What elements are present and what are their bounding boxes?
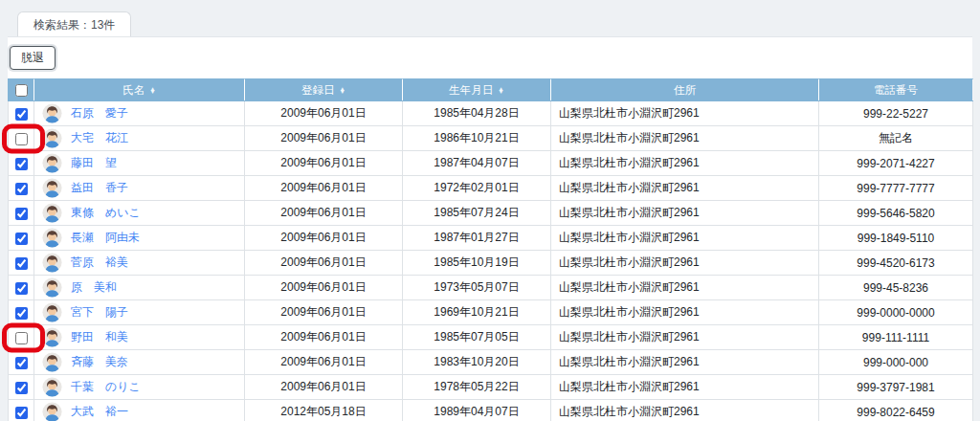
column-header-address: 住所 bbox=[551, 79, 819, 101]
row-checkbox[interactable] bbox=[15, 357, 28, 369]
member-name-link[interactable]: 石原 愛子 bbox=[71, 105, 128, 122]
address-cell: 山梨県北杜市小淵沢町2961 bbox=[551, 201, 819, 226]
row-checkbox[interactable] bbox=[15, 233, 28, 245]
person-avatar-icon bbox=[42, 178, 62, 198]
birth-date-cell: 1989年04月07日 bbox=[403, 400, 551, 421]
member-name-link[interactable]: 斉藤 美奈 bbox=[71, 354, 128, 370]
member-name-link[interactable]: 野田 和美 bbox=[71, 329, 128, 345]
member-name-link[interactable]: 益田 香子 bbox=[71, 180, 128, 196]
member-name-link[interactable]: 宮下 陽子 bbox=[71, 304, 128, 321]
name-cell: 千葉 のりこ bbox=[34, 375, 245, 400]
row-checkbox-cell bbox=[9, 400, 34, 421]
person-avatar-icon bbox=[42, 203, 62, 223]
column-header-name[interactable]: 氏名 bbox=[34, 79, 245, 101]
column-header-phone-label: 電話番号 bbox=[874, 84, 918, 96]
member-name-link[interactable]: 大宅 花江 bbox=[71, 130, 128, 146]
select-all-header-cell bbox=[9, 79, 34, 101]
tab-search-results[interactable]: 検索結果：13件 bbox=[17, 11, 131, 36]
column-header-birth-date-label: 生年月日 bbox=[449, 84, 493, 96]
phone-cell: 999-4520-6173 bbox=[819, 251, 973, 276]
member-name-link[interactable]: 原 美和 bbox=[71, 279, 117, 296]
phone-cell: 999-1849-5110 bbox=[819, 226, 973, 251]
row-checkbox[interactable] bbox=[15, 332, 28, 344]
reg-date-cell: 2009年06月01日 bbox=[245, 201, 403, 226]
person-avatar-icon bbox=[42, 277, 62, 298]
phone-cell: 999-8022-6459 bbox=[819, 400, 973, 421]
table-row: 野田 和美 2009年06月01日 1985年07月05日 山梨県北杜市小淵沢町… bbox=[9, 325, 973, 350]
reg-date-cell: 2009年06月01日 bbox=[245, 300, 403, 325]
reg-date-cell: 2009年06月01日 bbox=[245, 350, 403, 375]
column-header-reg-date[interactable]: 登録日 bbox=[245, 79, 403, 101]
row-checkbox[interactable] bbox=[15, 158, 28, 170]
member-name-link[interactable]: 大武 裕一 bbox=[71, 404, 128, 420]
name-cell: 斉藤 美奈 bbox=[34, 350, 245, 375]
reg-date-cell: 2012年05月18日 bbox=[245, 400, 403, 421]
row-checkbox[interactable] bbox=[15, 257, 28, 270]
name-cell: 益田 香子 bbox=[34, 176, 245, 201]
row-checkbox-cell bbox=[9, 176, 34, 201]
tab-label: 検索結果：13件 bbox=[33, 18, 115, 32]
table-row: 大宅 花江 2009年06月01日 1986年10月21日 山梨県北杜市小淵沢町… bbox=[9, 126, 973, 151]
person-avatar-icon bbox=[42, 402, 62, 421]
address-cell: 山梨県北杜市小淵沢町2961 bbox=[551, 276, 819, 300]
sort-arrows-icon bbox=[149, 87, 155, 95]
phone-cell: 999-5646-5820 bbox=[819, 201, 973, 226]
member-name-link[interactable]: 千葉 のりこ bbox=[71, 379, 141, 395]
address-cell: 山梨県北杜市小淵沢町2961 bbox=[551, 325, 819, 350]
row-checkbox-cell bbox=[9, 276, 34, 300]
address-cell: 山梨県北杜市小淵沢町2961 bbox=[551, 375, 819, 400]
select-all-checkbox[interactable] bbox=[15, 84, 28, 97]
birth-date-cell: 1973年05月07日 bbox=[403, 276, 551, 300]
address-cell: 山梨県北杜市小淵沢町2961 bbox=[551, 226, 819, 251]
person-avatar-icon bbox=[42, 302, 62, 322]
member-name-link[interactable]: 菅原 裕美 bbox=[71, 255, 128, 271]
name-cell: 長瀬 阿由未 bbox=[34, 226, 245, 251]
birth-date-cell: 1985年07月05日 bbox=[403, 325, 551, 350]
row-checkbox[interactable] bbox=[15, 133, 28, 145]
table-row: 宮下 陽子 2009年06月01日 1969年10月21日 山梨県北杜市小淵沢町… bbox=[9, 300, 973, 325]
table-row: 斉藤 美奈 2009年06月01日 1983年10月20日 山梨県北杜市小淵沢町… bbox=[9, 350, 973, 375]
row-checkbox[interactable] bbox=[15, 307, 28, 320]
phone-cell: 999-45-8236 bbox=[819, 276, 973, 300]
column-header-birth-date[interactable]: 生年月日 bbox=[403, 79, 551, 101]
person-avatar-icon bbox=[42, 228, 62, 248]
row-checkbox-cell bbox=[9, 375, 34, 400]
table-header-row: 氏名 登録日 生年月日 住所 電話番号 bbox=[9, 79, 973, 101]
name-cell: 野田 和美 bbox=[34, 325, 245, 350]
phone-cell: 999-000-000 bbox=[819, 350, 973, 375]
tab-bar: 検索結果：13件 bbox=[8, 11, 972, 36]
table-row: 東條 めいこ 2009年06月01日 1985年07月24日 山梨県北杜市小淵沢… bbox=[9, 201, 973, 226]
row-checkbox-cell bbox=[9, 350, 34, 375]
reg-date-cell: 2009年06月01日 bbox=[245, 375, 403, 400]
reg-date-cell: 2009年06月01日 bbox=[245, 276, 403, 300]
member-name-link[interactable]: 藤田 望 bbox=[71, 155, 117, 171]
table-row: 大武 裕一 2012年05月18日 1989年04月07日 山梨県北杜市小淵沢町… bbox=[9, 400, 973, 421]
phone-cell: 999-3797-1981 bbox=[819, 375, 973, 400]
table-row: 石原 愛子 2009年06月01日 1985年04月28日 山梨県北杜市小淵沢町… bbox=[9, 101, 973, 126]
row-checkbox[interactable] bbox=[15, 382, 28, 394]
address-cell: 山梨県北杜市小淵沢町2961 bbox=[551, 300, 819, 325]
reg-date-cell: 2009年06月01日 bbox=[245, 101, 403, 126]
member-name-link[interactable]: 東條 めいこ bbox=[71, 205, 141, 221]
member-name-link[interactable]: 長瀬 阿由未 bbox=[71, 230, 140, 246]
row-checkbox[interactable] bbox=[15, 108, 28, 121]
address-cell: 山梨県北杜市小淵沢町2961 bbox=[551, 101, 819, 126]
name-cell: 藤田 望 bbox=[34, 151, 245, 176]
person-avatar-icon bbox=[42, 103, 62, 123]
reg-date-cell: 2009年06月01日 bbox=[245, 226, 403, 251]
withdraw-button[interactable]: 脱退 bbox=[10, 46, 56, 70]
person-avatar-icon bbox=[42, 377, 62, 397]
row-checkbox[interactable] bbox=[15, 183, 28, 195]
name-cell: 大宅 花江 bbox=[34, 126, 245, 151]
page: 検索結果：13件 脱退 氏名 登録日 bbox=[0, 0, 980, 421]
address-cell: 山梨県北杜市小淵沢町2961 bbox=[551, 400, 819, 421]
row-checkbox-cell bbox=[9, 126, 34, 151]
name-cell: 菅原 裕美 bbox=[34, 251, 245, 276]
name-cell: 原 美和 bbox=[34, 276, 245, 300]
person-avatar-icon bbox=[42, 327, 62, 347]
row-checkbox[interactable] bbox=[15, 208, 28, 220]
row-checkbox[interactable] bbox=[15, 407, 28, 419]
reg-date-cell: 2009年06月01日 bbox=[245, 325, 403, 350]
sort-arrows-icon bbox=[340, 87, 345, 95]
row-checkbox[interactable] bbox=[15, 282, 28, 295]
